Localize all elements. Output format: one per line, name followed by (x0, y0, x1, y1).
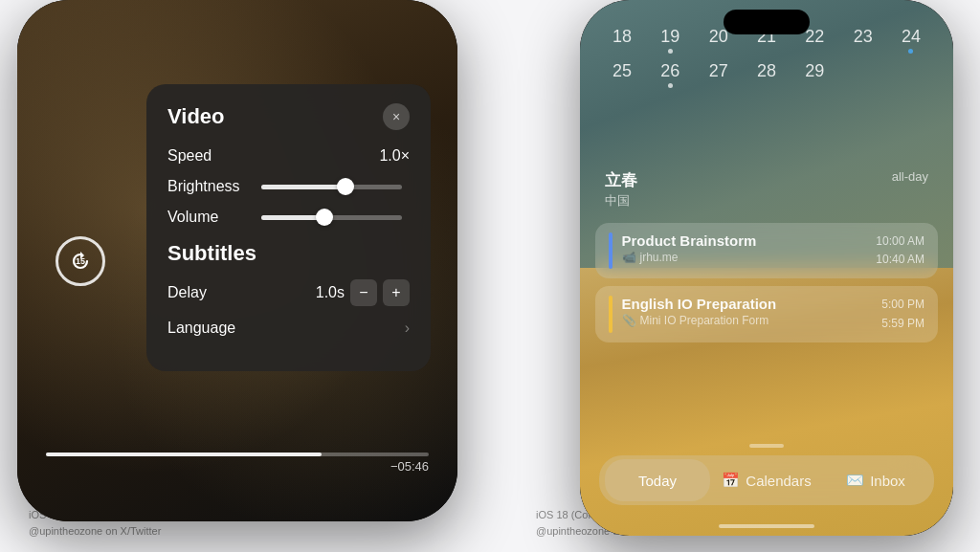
delay-label: Delay (167, 284, 254, 301)
event-sub-icon-2: 📎 (622, 314, 636, 327)
holiday-left: 立春 中国 (605, 169, 637, 210)
cal-day-28[interactable]: 28 (747, 61, 786, 88)
progress-fill (46, 453, 322, 456)
event-time-2: 5:00 PM 5:59 PM (881, 296, 924, 332)
cal-day-18[interactable]: 18 (603, 27, 641, 54)
delay-row: Delay 1.0s − + (167, 279, 410, 306)
video-time-label: −05:46 (390, 459, 429, 474)
event-card-2[interactable]: English IO Preparation 📎 Mini IO Prepara… (595, 286, 938, 342)
volume-slider[interactable] (261, 215, 402, 220)
calendar-week-2: 25 26 27 28 29 (603, 61, 930, 88)
tab-calendars-icon: 📅 (722, 472, 740, 489)
language-chevron-icon: › (405, 320, 410, 337)
delay-value: 1.0s (316, 284, 345, 301)
language-label: Language (167, 320, 254, 337)
tab-today-label: Today (638, 473, 677, 489)
cal-day-25[interactable]: 25 (603, 61, 641, 88)
speed-value: 1.0× (379, 147, 410, 165)
svg-text:15: 15 (76, 256, 85, 266)
subtitles-title: Subtitles (167, 241, 410, 266)
speed-row: Speed 1.0× (167, 147, 410, 165)
brightness-row[interactable]: Brightness (167, 178, 410, 195)
right-phone-shell: 18 19 20 21 22 23 24 25 26 (580, 0, 953, 536)
dynamic-island (724, 10, 810, 34)
speed-label: Speed (167, 147, 254, 165)
holiday-country: 中国 (605, 192, 637, 210)
tab-calendars[interactable]: 📅 Calendars (714, 459, 819, 501)
cal-dot-24 (908, 49, 913, 54)
cal-day-empty-1 (844, 61, 882, 88)
delay-minus-button[interactable]: − (350, 279, 377, 306)
events-area: 立春 中国 all-day Product Brainstorm 📹 jrhu.… (580, 158, 953, 350)
cal-day-29[interactable]: 29 (795, 61, 834, 88)
event-details-1: Product Brainstorm 📹 jrhu.me (622, 232, 867, 269)
holiday-time: all-day (892, 169, 928, 184)
tab-inbox-icon: ✉️ (846, 472, 864, 489)
event-sub-1: 📹 jrhu.me (622, 251, 867, 264)
tab-inbox[interactable]: ✉️ Inbox (823, 459, 928, 501)
home-indicator (719, 524, 814, 528)
event-card-1[interactable]: Product Brainstorm 📹 jrhu.me 10:00 AM 10… (595, 223, 938, 278)
brightness-fill (261, 185, 345, 189)
cal-dot-26 (668, 83, 673, 88)
cal-day-19[interactable]: 19 (651, 27, 689, 54)
close-button[interactable]: × (383, 103, 410, 130)
cal-day-empty-2 (892, 61, 930, 88)
replay-icon[interactable]: 15 (56, 236, 105, 286)
tab-bar: Today 📅 Calendars ✉️ Inbox (599, 455, 934, 505)
cal-day-24[interactable]: 24 (892, 27, 930, 54)
drag-handle (749, 444, 784, 448)
video-settings-panel: Video × Speed 1.0× Brightness Volu (146, 84, 431, 371)
event-sub-icon-1: 📹 (622, 251, 636, 264)
cal-day-26[interactable]: 26 (651, 61, 689, 88)
event-title-1: Product Brainstorm (622, 232, 867, 249)
panel-title: Video (167, 104, 225, 129)
language-row[interactable]: Language › (167, 320, 410, 337)
delay-plus-button[interactable]: + (383, 279, 410, 306)
event-title-2: English IO Preparation (622, 296, 873, 312)
right-phone: 18 19 20 21 22 23 24 25 26 (580, 0, 953, 536)
left-phone: 15 −05:46 Video × Speed 1.0× (17, 0, 457, 521)
panel-header: Video × (167, 103, 410, 130)
volume-label: Volume (167, 209, 254, 226)
left-phone-shell: 15 −05:46 Video × Speed 1.0× (17, 0, 457, 521)
tab-calendars-label: Calendars (746, 473, 811, 489)
tab-today[interactable]: Today (605, 459, 710, 501)
holiday-name: 立春 (605, 169, 637, 191)
video-progress-bar[interactable] (46, 453, 429, 456)
brightness-label: Brightness (167, 178, 254, 195)
event-time-1: 10:00 AM 10:40 AM (876, 232, 924, 269)
volume-row[interactable]: Volume (167, 209, 410, 226)
holiday-row: 立春 中国 all-day (595, 158, 938, 221)
cal-dot-19 (668, 49, 673, 54)
cal-day-23[interactable]: 23 (844, 27, 882, 54)
event-details-2: English IO Preparation 📎 Mini IO Prepara… (622, 296, 873, 332)
event-accent-bar-1 (609, 232, 612, 269)
brightness-thumb (337, 178, 354, 195)
delay-stepper: 1.0s − + (316, 279, 410, 306)
brightness-slider[interactable] (261, 185, 402, 189)
event-accent-bar-2 (609, 296, 612, 332)
event-sub-2: 📎 Mini IO Preparation Form (622, 314, 873, 327)
tab-inbox-label: Inbox (870, 473, 905, 489)
cal-day-27[interactable]: 27 (700, 61, 738, 88)
volume-thumb (316, 209, 333, 226)
